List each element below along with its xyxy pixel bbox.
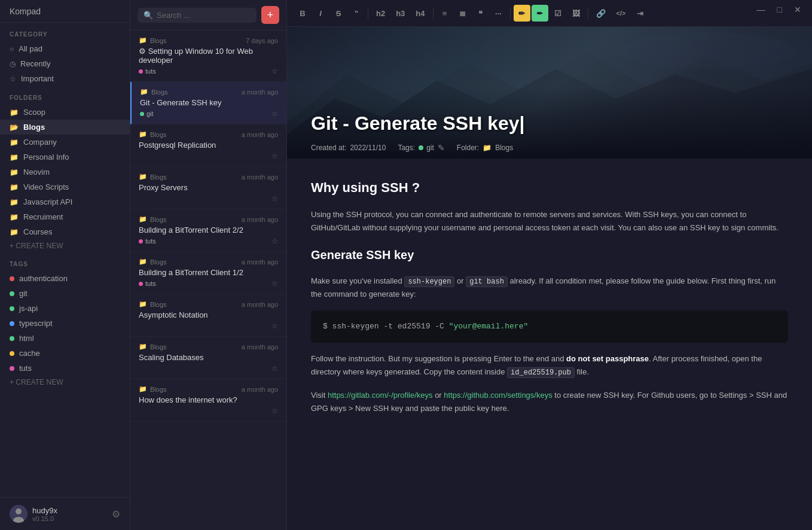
neovim-label: Neovim — [23, 167, 50, 176]
note-time: a month ago — [242, 173, 278, 181]
tag-dot — [10, 306, 14, 311]
note-folder: 📁 Blogs — [139, 300, 167, 308]
sidebar-item-recently[interactable]: ◷ Recently — [0, 56, 130, 71]
note-folder: 📁 Blogs — [139, 343, 167, 351]
note-time: a month ago — [242, 131, 278, 138]
edit-tag-icon[interactable]: ✎ — [438, 143, 445, 153]
blockquote-button[interactable]: ❝ — [472, 5, 489, 22]
sidebar-item-company[interactable]: 📁 Company — [0, 135, 130, 150]
note-item[interactable]: 📁 Blogs a month ago Postgresql Replicati… — [130, 124, 286, 167]
search-input[interactable] — [157, 11, 251, 20]
folder-icon: 📁 — [139, 215, 147, 223]
sidebar-item-tag-tuts[interactable]: tuts — [0, 361, 130, 376]
tag-dot — [10, 366, 14, 371]
sidebar-item-scoop[interactable]: 📁 Scoop — [0, 105, 130, 120]
sidebar-item-tag-git[interactable]: git — [0, 286, 130, 301]
note-title: Postgresql Replication — [139, 141, 278, 150]
highlight-button[interactable]: ✏ — [514, 5, 530, 22]
star-button[interactable]: ☆ — [271, 407, 278, 415]
sidebar-item-tag-html[interactable]: html — [0, 331, 130, 346]
note-item[interactable]: 📁 Blogs a month ago Building a BitTorren… — [130, 209, 286, 252]
marker-button[interactable]: ✒ — [532, 5, 548, 22]
star-button[interactable]: ☆ — [271, 194, 278, 203]
tag-dot — [140, 112, 144, 116]
note-item[interactable]: 📁 Blogs a month ago Asymptotic Notation … — [130, 294, 286, 337]
minimize-button[interactable]: — — [753, 4, 769, 16]
sidebar-item-personal-info[interactable]: 📁 Personal Info — [0, 150, 130, 165]
star-button[interactable]: ☆ — [271, 322, 278, 330]
note-time: a month ago — [242, 343, 278, 351]
bold-button[interactable]: B — [294, 5, 311, 22]
sidebar-item-recruiment[interactable]: 📁 Recruiment — [0, 209, 130, 224]
editor-body[interactable]: Why using SSH ? Using the SSH protocol, … — [287, 159, 812, 530]
note-item[interactable]: 📁 Blogs a month ago Proxy Servers ☆ — [130, 167, 286, 209]
sidebar-item-courses[interactable]: 📁 Courses — [0, 224, 130, 239]
code-string: "your@email.here" — [449, 322, 529, 331]
tag-dot — [10, 276, 14, 281]
h2-button[interactable]: h2 — [371, 5, 390, 22]
settings-button[interactable]: ⚙ — [112, 508, 120, 520]
star-icon: ☆ — [10, 75, 16, 83]
bullet-list-button[interactable]: ≡ — [436, 5, 453, 22]
sidebar-item-neovim[interactable]: 📁 Neovim — [0, 165, 130, 179]
more-button[interactable]: ··· — [490, 5, 507, 22]
code-button[interactable]: </> — [612, 5, 631, 22]
star-button[interactable]: ☆ — [271, 152, 278, 160]
recently-label: Recently — [20, 59, 51, 68]
note-item[interactable]: 📁 Blogs 7 days ago ⚙ Setting up Window 1… — [130, 31, 286, 82]
export-button[interactable]: ⇥ — [631, 5, 648, 22]
note-tags: tuts — [139, 280, 156, 287]
star-button[interactable]: ☆ — [271, 279, 278, 288]
sidebar-item-blogs[interactable]: 📂 Blogs — [0, 120, 130, 135]
note-time: 7 days ago — [246, 37, 278, 44]
italic-button[interactable]: I — [312, 5, 329, 22]
maximize-button[interactable]: □ — [774, 4, 786, 16]
add-note-button[interactable]: + — [261, 6, 279, 24]
tag-dot — [10, 321, 14, 326]
tag-dot — [10, 291, 14, 296]
h4-button[interactable]: h4 — [411, 5, 429, 22]
folders-section-label: FOLDERS — [0, 86, 130, 105]
link-button[interactable]: 🔗 — [591, 5, 610, 22]
p3-bold: do not set passphrase — [566, 354, 649, 363]
star-button[interactable]: ☆ — [271, 109, 278, 118]
sidebar-user: hudy9x v0.15.0 ⚙ — [0, 497, 130, 530]
sidebar-item-tag-typescript[interactable]: typescript — [0, 316, 130, 331]
note-item[interactable]: 📁 Blogs a month ago How does the interne… — [130, 379, 286, 422]
checkbox-button[interactable]: ☑ — [550, 5, 566, 22]
star-button[interactable]: ☆ — [271, 67, 278, 75]
close-button[interactable]: ✕ — [790, 4, 805, 16]
editor-title[interactable]: Git - Generate SSH key — [311, 112, 525, 135]
sidebar-item-tag-cache[interactable]: cache — [0, 346, 130, 361]
star-button[interactable]: ☆ — [271, 364, 278, 373]
strikethrough-button[interactable]: S — [330, 5, 347, 22]
create-tag-button[interactable]: + CREATE NEW — [0, 376, 130, 389]
create-folder-button[interactable]: + CREATE NEW — [0, 239, 130, 252]
tags-label: Tags: — [398, 144, 415, 152]
tags-meta: Tags: git ✎ — [398, 143, 444, 153]
gitlab-link[interactable]: https://gitlab.com/-/profile/keys — [328, 391, 433, 400]
sidebar-item-video-scripts[interactable]: 📁 Video Scripts — [0, 179, 130, 194]
quote-button[interactable]: " — [348, 5, 365, 22]
sidebar-item-tag-authentication[interactable]: authentication — [0, 271, 130, 286]
search-input-wrap: 🔍 — [138, 8, 257, 23]
circle-icon: ○ — [10, 45, 14, 53]
h3-button[interactable]: h3 — [391, 5, 410, 22]
middle-panel: 🔍 + 📁 Blogs 7 days ago ⚙ Setting up Wind… — [130, 0, 287, 530]
sidebar-item-important[interactable]: ☆ Important — [0, 71, 130, 86]
note-item[interactable]: 📁 Blogs a month ago Scaling Databases ☆ — [130, 337, 286, 379]
github-link[interactable]: https://github.com/settings/keys — [444, 391, 552, 400]
svg-point-6 — [616, 33, 795, 69]
note-item[interactable]: 📁 Blogs a month ago Git - Generate SSH k… — [130, 82, 286, 124]
image-button[interactable]: 🖼 — [567, 5, 585, 22]
sidebar-item-all-pad[interactable]: ○ All pad — [0, 41, 130, 56]
star-button[interactable]: ☆ — [271, 237, 278, 245]
folder-icon: 📁 — [10, 213, 19, 221]
clock-icon: ◷ — [10, 60, 16, 68]
folder-icon: 📁 — [10, 138, 19, 147]
sidebar-item-javascript-api[interactable]: 📁 Javascript API — [0, 194, 130, 209]
hero-meta: Created at: 2022/11/10 Tags: git ✎ Folde… — [311, 143, 513, 153]
note-item[interactable]: 📁 Blogs a month ago Building a BitTorren… — [130, 252, 286, 294]
ordered-list-button[interactable]: ≣ — [454, 5, 471, 22]
sidebar-item-tag-js-api[interactable]: js-api — [0, 301, 130, 316]
